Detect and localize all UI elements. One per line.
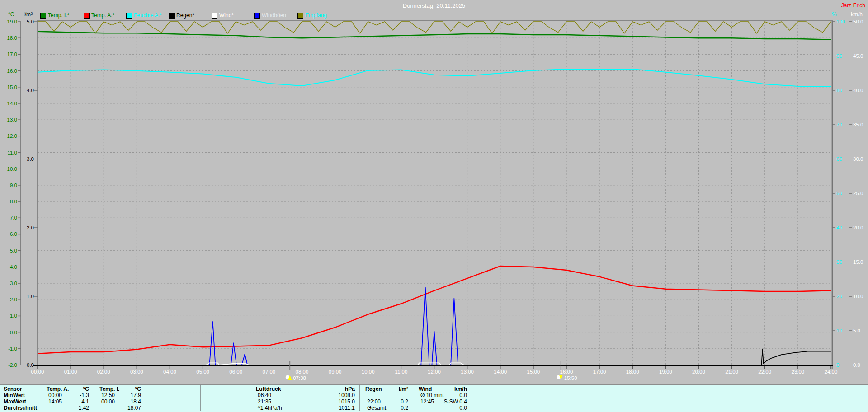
- celsius-tick-label: 4.0: [10, 264, 17, 270]
- statistics-table: SensorMinWertMaxWertDurchschnittTemp. A.…: [0, 384, 868, 412]
- rain-tick-label: 3.0: [27, 156, 34, 162]
- humidity-tick-label: 0: [836, 362, 839, 368]
- table-col-unit: hPa: [250, 386, 355, 392]
- celsius-tick-label: 11.0: [7, 150, 17, 155]
- celsius-tick-label: 6.0: [10, 231, 17, 237]
- rain-tick-label: 4.0: [27, 88, 34, 93]
- hour-label: 23:00: [791, 369, 804, 375]
- hour-label: 01:00: [64, 369, 77, 375]
- hour-label: 24:00: [825, 369, 838, 375]
- humidity-tick-label: 10: [836, 328, 842, 333]
- windspeed-tick-label: 35.0: [853, 122, 863, 127]
- table-cell-value: 17.9: [94, 392, 141, 398]
- table-col-unit: km/h: [413, 386, 467, 392]
- windspeed-tick-label: 45.0: [853, 53, 863, 59]
- celsius-tick-label: 17.0: [7, 52, 17, 57]
- humidity-tick-label: 80: [836, 88, 842, 93]
- table-col-unit: °C: [94, 386, 141, 392]
- table-cell-value: 4.1: [41, 398, 89, 405]
- table-cell-value: 0.0: [413, 405, 467, 411]
- hour-label: 00:00: [31, 369, 44, 375]
- windspeed-tick-label: 0.0: [853, 362, 860, 368]
- table-row-label: Durchschnitt: [4, 405, 42, 411]
- celsius-tick-label: 18.0: [7, 35, 17, 41]
- weather-app-window: Donnerstag, 20.11.2025 Jarz Erich °C l/m…: [0, 0, 868, 412]
- celsius-tick-label: 5.0: [10, 248, 17, 253]
- celsius-tick-label: 0.0: [10, 330, 17, 335]
- hour-label: 10:00: [362, 369, 375, 375]
- hour-label: 02:00: [97, 369, 110, 375]
- hour-label: 13:00: [461, 369, 474, 375]
- humidity-tick-label: 40: [836, 225, 842, 230]
- celsius-tick-label: 15.0: [7, 84, 17, 90]
- table-cell-value: 0.2: [360, 405, 408, 411]
- table-cell-value: 0.0: [413, 392, 467, 398]
- hour-label: 22:00: [758, 369, 771, 375]
- hour-label: 18:00: [626, 369, 639, 375]
- table-cell-value: -1.3: [41, 392, 89, 398]
- hour-label: 06:00: [229, 369, 242, 375]
- humidity-tick-label: 50: [836, 191, 842, 196]
- rain-tick-label: 2.0: [27, 225, 34, 230]
- windspeed-tick-label: 40.0: [853, 88, 863, 93]
- celsius-tick-label: 19.0: [7, 19, 17, 24]
- windspeed-tick-label: 10.0: [853, 294, 863, 299]
- celsius-tick-label: 12.0: [7, 133, 17, 139]
- humidity-tick-label: 60: [836, 156, 842, 162]
- humidity-tick-label: 90: [836, 53, 842, 59]
- celsius-tick-label: 1.0: [10, 313, 17, 318]
- hour-label: 09:00: [329, 369, 342, 375]
- windspeed-tick-label: 25.0: [853, 191, 863, 196]
- celsius-tick-label: 14.0: [7, 101, 17, 106]
- feuchte-a--line: [38, 69, 831, 86]
- table-col-unit: °C: [41, 386, 89, 392]
- rain-tick-label: 5.0: [27, 19, 34, 24]
- hour-label: 11:00: [395, 369, 407, 375]
- humidity-tick-label: 70: [836, 122, 842, 127]
- hour-label: 15:00: [527, 369, 540, 375]
- humidity-tick-label: 100: [836, 19, 845, 24]
- table-cell-value: 0.2: [360, 398, 408, 405]
- table-column-divider: [146, 385, 146, 411]
- rain-tick-label: 0.0: [27, 362, 34, 368]
- hour-label: 04:00: [163, 369, 176, 375]
- celsius-tick-label: 13.0: [7, 117, 17, 122]
- celsius-tick-label: 16.0: [7, 68, 17, 74]
- hour-label: 07:00: [262, 369, 275, 375]
- table-cell-value: 18.07: [94, 405, 141, 411]
- windspeed-tick-label: 15.0: [853, 259, 863, 265]
- celsius-tick-label: 7.0: [10, 215, 17, 220]
- hour-label: 20:00: [692, 369, 705, 375]
- hour-label: 17:00: [593, 369, 606, 375]
- table-row-label: Sensor: [4, 386, 42, 392]
- hour-label: 16:00: [560, 369, 573, 375]
- sunrise-marker-time-label: 07:38: [293, 375, 306, 381]
- celsius-tick-label: 2.0: [10, 297, 17, 302]
- hour-label: 05:00: [196, 369, 209, 375]
- table-column-divider: [200, 385, 201, 411]
- table-row-label: MinWert: [4, 392, 42, 398]
- celsius-tick-label: 9.0: [10, 183, 17, 188]
- windspeed-tick-label: 20.0: [853, 225, 863, 230]
- hour-label: 21:00: [725, 369, 738, 375]
- celsius-tick-label: -2.0: [8, 362, 17, 368]
- windspeed-tick-label: 30.0: [853, 156, 863, 162]
- table-row-label: MaxWert: [4, 398, 42, 405]
- humidity-tick-label: 20: [836, 294, 842, 299]
- table-cell-value: 1011.1: [250, 405, 355, 411]
- humidity-tick-label: 30: [836, 259, 842, 265]
- table-col-unit: l/m²: [360, 386, 408, 392]
- table-cell-value: S-SW 0.4: [413, 398, 467, 405]
- table-cell-value: 1015.0: [250, 398, 355, 405]
- celsius-tick-label: 8.0: [10, 199, 17, 204]
- sunset-marker-time-label: 15:50: [564, 375, 577, 381]
- table-column-divider: [472, 385, 472, 411]
- rain-tick-label: 1.0: [27, 294, 34, 299]
- windspeed-tick-label: 5.0: [853, 328, 860, 333]
- table-cell-value: 1008.0: [250, 392, 355, 398]
- windspeed-tick-label: 50.0: [853, 19, 863, 24]
- celsius-tick-label: -1.0: [8, 346, 17, 351]
- hour-label: 03:00: [130, 369, 143, 375]
- weather-chart: -2.0-1.00.01.02.03.04.05.06.07.08.09.010…: [0, 0, 868, 384]
- table-cell-value: 18.4: [94, 398, 141, 405]
